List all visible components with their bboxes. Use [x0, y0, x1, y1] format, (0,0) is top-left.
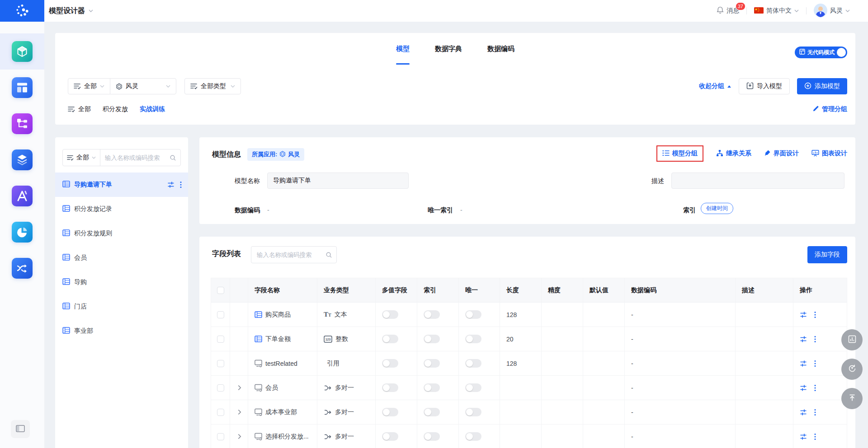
- notifications-button[interactable]: 消息 37: [709, 6, 746, 15]
- unique-toggle[interactable]: [465, 310, 481, 319]
- nocode-mode-toggle[interactable]: 无代码模式: [795, 47, 847, 58]
- back-to-top-button[interactable]: [841, 388, 863, 409]
- model-search-input[interactable]: [100, 154, 170, 161]
- row-checkbox[interactable]: [217, 336, 224, 343]
- tab[interactable]: 模型: [396, 33, 410, 65]
- unique-toggle[interactable]: [465, 359, 481, 368]
- chart-design-link[interactable]: 图表设计: [811, 149, 847, 158]
- expand-row-icon[interactable]: [236, 409, 242, 415]
- scope-filter-select[interactable]: 全部: [68, 79, 110, 94]
- sidebar-item-page-design[interactable]: [0, 70, 44, 106]
- model-list-item[interactable]: 事业部: [55, 319, 188, 343]
- more-actions-icon[interactable]: [814, 360, 816, 367]
- field-settings-icon[interactable]: [800, 384, 807, 392]
- row-checkbox[interactable]: [217, 360, 224, 367]
- toggle-knob: [837, 48, 846, 57]
- multi-value-toggle[interactable]: [382, 408, 398, 416]
- model-groups-link[interactable]: 模型分组: [662, 149, 698, 158]
- unique-toggle[interactable]: [465, 335, 481, 343]
- sidebar-item-charts[interactable]: [0, 214, 44, 250]
- description-input[interactable]: [671, 173, 844, 189]
- expand-row-icon[interactable]: [236, 434, 242, 439]
- index-toggle[interactable]: [424, 408, 440, 416]
- multi-value-toggle[interactable]: [382, 432, 398, 441]
- back-to-top-icon: [848, 394, 856, 403]
- field-settings-icon[interactable]: [800, 311, 807, 318]
- model-list-item[interactable]: 导购邀请下单: [55, 173, 188, 197]
- type-filter-select[interactable]: 全部类型: [185, 79, 241, 94]
- inheritance-link[interactable]: 继承关系: [716, 149, 751, 158]
- table-row: 会员 多对一 -: [211, 376, 847, 400]
- import-model-button[interactable]: 导入模型: [739, 78, 790, 94]
- more-actions-icon[interactable]: [814, 336, 816, 343]
- model-list-item[interactable]: 门店: [55, 294, 188, 319]
- group-filter-item[interactable]: 积分发放: [103, 105, 128, 113]
- sidebar-item-layers[interactable]: [0, 142, 44, 178]
- field-settings-icon[interactable]: [800, 360, 807, 367]
- collapse-groups-link[interactable]: 收起分组: [699, 82, 731, 90]
- field-search-input[interactable]: [251, 252, 326, 258]
- multi-value-toggle[interactable]: [382, 359, 398, 368]
- multi-value-toggle[interactable]: [382, 310, 398, 319]
- model-list-item[interactable]: 积分发放规则: [55, 221, 188, 246]
- field-settings-icon[interactable]: [167, 181, 175, 188]
- sidebar-item-workflow[interactable]: [0, 106, 44, 142]
- tab[interactable]: 数据字典: [435, 33, 462, 65]
- field-settings-icon[interactable]: [800, 409, 807, 416]
- multi-value-toggle[interactable]: [382, 335, 398, 343]
- row-checkbox[interactable]: [217, 384, 224, 392]
- app-filter-select[interactable]: 风灵: [110, 79, 176, 94]
- language-selector[interactable]: 简体中文: [747, 7, 806, 15]
- related-model-icon: [255, 408, 262, 416]
- statistics-button[interactable]: [841, 329, 863, 350]
- more-actions-icon[interactable]: [180, 181, 182, 188]
- field-settings-icon[interactable]: [800, 336, 807, 343]
- tab[interactable]: 数据编码: [487, 33, 514, 65]
- model-name-input[interactable]: [267, 173, 409, 189]
- expand-row-icon[interactable]: [236, 385, 242, 391]
- sidebar-item-ai[interactable]: [0, 178, 44, 214]
- row-checkbox[interactable]: [217, 311, 224, 318]
- multi-value-toggle[interactable]: [382, 383, 398, 392]
- model-scope-select[interactable]: 全部: [63, 149, 100, 166]
- field-settings-icon[interactable]: [800, 433, 807, 440]
- index-toggle[interactable]: [424, 383, 440, 392]
- description-value: [736, 376, 793, 400]
- manage-groups-link[interactable]: 管理分组: [812, 105, 847, 113]
- index-toggle[interactable]: [424, 310, 440, 319]
- add-field-button[interactable]: 添加字段: [807, 246, 847, 263]
- more-actions-icon[interactable]: [814, 433, 816, 440]
- ui-design-link[interactable]: 界面设计: [764, 149, 799, 158]
- user-menu[interactable]: 风灵: [807, 4, 857, 19]
- more-actions-icon[interactable]: [814, 409, 816, 416]
- group-filter-item[interactable]: 实战训练: [140, 105, 165, 113]
- sidebar-item-model-designer[interactable]: [0, 33, 44, 70]
- index-toggle[interactable]: [424, 359, 440, 368]
- table-body: 购买商品 TT文本 128 - 下单金额 123整数 20 - te: [211, 303, 847, 448]
- row-checkbox[interactable]: [217, 409, 224, 416]
- owning-app-label: 所属应用:: [252, 150, 277, 159]
- unique-toggle[interactable]: [465, 383, 481, 392]
- unique-toggle[interactable]: [465, 432, 481, 441]
- add-model-button[interactable]: 添加模型: [797, 78, 847, 94]
- app-logo[interactable]: [0, 0, 44, 22]
- model-list-item[interactable]: 导购: [55, 270, 188, 294]
- more-actions-icon[interactable]: [814, 311, 816, 318]
- select-all-checkbox[interactable]: [217, 287, 224, 294]
- sync-button[interactable]: [841, 359, 863, 380]
- layers-icon: [12, 149, 33, 170]
- index-toggle[interactable]: [424, 335, 440, 343]
- app-title-dropdown[interactable]: 模型设计器: [49, 6, 93, 16]
- group-filter-item[interactable]: 全部: [68, 105, 91, 113]
- collapse-sidebar-button[interactable]: [11, 420, 30, 438]
- field-type: 文本: [335, 311, 347, 319]
- model-list-item[interactable]: 会员: [55, 246, 188, 270]
- unique-toggle[interactable]: [465, 408, 481, 416]
- model-list-item[interactable]: 积分发放记录: [55, 197, 188, 221]
- index-toggle[interactable]: [424, 432, 440, 441]
- sidebar-item-integration[interactable]: [0, 250, 44, 286]
- row-checkbox[interactable]: [217, 433, 224, 440]
- many-to-one-icon: [324, 384, 332, 392]
- more-actions-icon[interactable]: [814, 384, 816, 392]
- data-code-value: -: [625, 376, 736, 400]
